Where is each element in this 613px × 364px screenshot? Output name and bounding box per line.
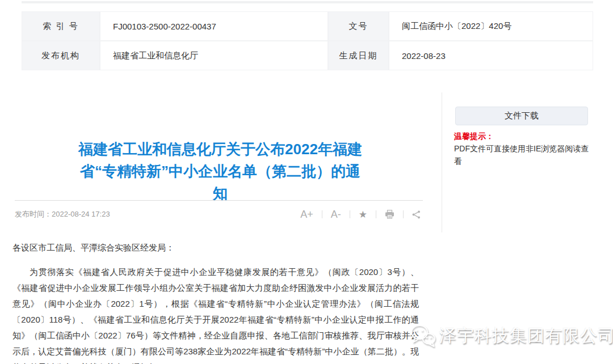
article-toolbar: A+ A- ★ (292, 209, 423, 221)
share-button[interactable] (404, 210, 423, 219)
print-button[interactable] (376, 210, 403, 219)
printer-icon (385, 210, 394, 219)
tip-title: 温馨提示： (454, 132, 494, 141)
body-paragraph-salutation: 各设区市工信局、平潭综合实验区经发局： (12, 240, 419, 256)
body-paragraph-main: 为贯彻落实《福建省人民政府关于促进中小企业平稳健康发展的若干意见》（闽政〔202… (12, 264, 419, 364)
favorite-button[interactable]: ★ (350, 209, 376, 221)
info-value-generated-date: 2022-08-23 (389, 41, 593, 70)
info-label-document-number: 文号 (328, 11, 389, 41)
info-value-issuing-agency: 福建省工业和信息化厅 (100, 41, 328, 70)
file-download-button[interactable]: 文件下载 (455, 107, 588, 125)
publish-time: 发布时间：2022-08-24 17:23 (15, 209, 110, 219)
company-watermark: 泽宇科技集团有限公司 (410, 323, 613, 348)
star-icon: ★ (359, 209, 367, 221)
info-label-generated-date: 生成日期 (328, 41, 389, 70)
sidebar-divider (442, 92, 442, 232)
info-label-issuing-agency: 发布机构 (22, 41, 100, 70)
info-value-index-number: FJ00103-2500-2022-00437 (100, 11, 328, 41)
tip-box: 温馨提示： PDF文件可直接使用非IE浏览器阅读查看 (454, 130, 594, 167)
info-label-index-number: 索 引 号 (22, 11, 100, 41)
share-icon (412, 210, 421, 219)
font-increase-button[interactable]: A+ (292, 209, 322, 221)
font-decrease-button[interactable]: A- (322, 209, 350, 221)
top-section-edge (22, 1, 593, 3)
tip-text: PDF文件可直接使用非IE浏览器阅读查看 (454, 144, 589, 166)
info-value-document-number: 闽工信函中小〔2022〕420号 (389, 11, 593, 41)
document-info-table: 索 引 号 FJ00103-2500-2022-00437 文号 闽工信函中小〔… (22, 11, 593, 70)
article-body: 各设区市工信局、平潭综合实验区经发局： 为贯彻落实《福建省人民政府关于促进中小企… (12, 240, 419, 364)
title-meta-divider (15, 200, 423, 201)
watermark-company-name: 泽宇科技集团有限公司 (439, 324, 613, 348)
article-meta-row: 发布时间：2022-08-24 17:23 A+ A- ★ (15, 205, 423, 223)
page-title: 福建省工业和信息化厅关于公布2022年福建省“专精特新”中小企业名单（第二批）的… (76, 138, 364, 205)
